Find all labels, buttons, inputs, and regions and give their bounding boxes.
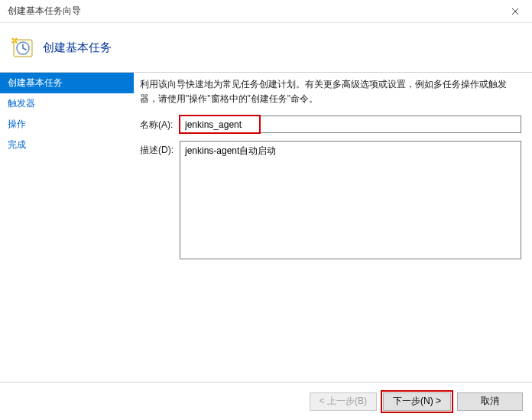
description-row: 描述(D): jenkins-agent自动启动: [140, 141, 521, 259]
svg-point-2: [13, 39, 16, 42]
sidebar-item-finish[interactable]: 完成: [0, 135, 134, 155]
titlebar: 创建基本任务向导: [0, 0, 532, 23]
next-button[interactable]: 下一步(N) >: [383, 392, 451, 411]
sidebar-item-create-task[interactable]: 创建基本任务: [0, 73, 134, 93]
name-field-wrap: [180, 116, 521, 133]
instruction-text: 利用该向导快速地为常见任务创建计划。有关更多高级选项或设置，例如多任务操作或触发…: [140, 77, 521, 106]
sidebar-item-label: 创建基本任务: [8, 77, 63, 88]
wizard-sidebar: 创建基本任务 触发器 操作 完成: [0, 73, 134, 382]
sidebar-item-label: 触发器: [8, 98, 35, 109]
name-label: 名称(A):: [140, 116, 180, 132]
name-input[interactable]: [180, 116, 521, 133]
wizard-footer: < 上一步(B) 下一步(N) > 取消: [0, 382, 532, 420]
description-input[interactable]: jenkins-agent自动启动: [180, 141, 521, 259]
cancel-button[interactable]: 取消: [457, 392, 523, 411]
back-button: < 上一步(B): [310, 392, 377, 411]
close-icon: [511, 8, 519, 15]
sidebar-item-trigger[interactable]: 触发器: [0, 93, 134, 114]
name-row: 名称(A):: [140, 116, 521, 133]
description-label: 描述(D):: [140, 141, 180, 157]
window-title: 创建基本任务向导: [8, 5, 81, 18]
page-title: 创建基本任务: [43, 41, 112, 55]
wizard-content: 利用该向导快速地为常见任务创建计划。有关更多高级选项或设置，例如多任务操作或触发…: [134, 73, 532, 382]
task-icon: [11, 35, 35, 60]
sidebar-item-label: 完成: [8, 139, 26, 150]
sidebar-item-action[interactable]: 操作: [0, 114, 134, 135]
close-button[interactable]: [498, 0, 532, 23]
wizard-body: 创建基本任务 触发器 操作 完成 利用该向导快速地为常见任务创建计划。有关更多高…: [0, 73, 532, 382]
sidebar-item-label: 操作: [8, 119, 26, 129]
wizard-header: 创建基本任务: [0, 23, 532, 73]
